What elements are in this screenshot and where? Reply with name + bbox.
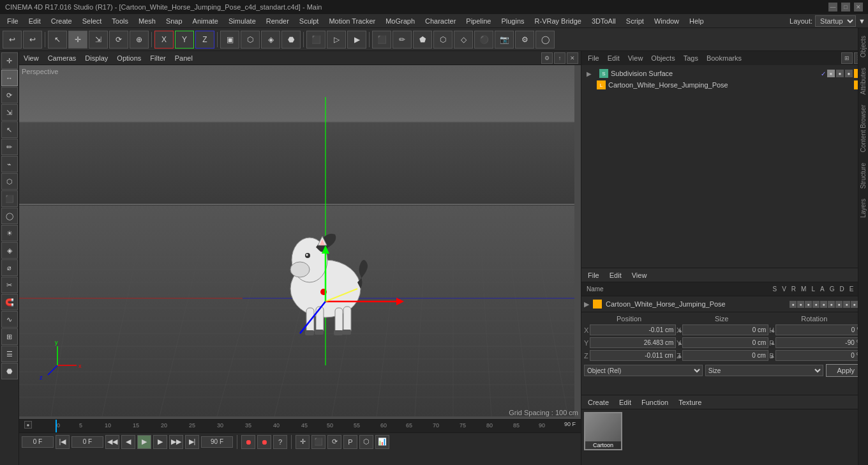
next-key-btn[interactable]: ▶▶ (169, 435, 183, 449)
obj-vis-icon[interactable]: ● (827, 70, 835, 77)
spline-sidebar-btn[interactable]: ⌁ (1, 156, 18, 172)
rsidebar-content[interactable]: Content Browser (858, 100, 868, 157)
objects-tab-view[interactable]: View (624, 53, 647, 63)
mat-sidebar-btn[interactable]: ◈ (1, 242, 18, 259)
light-sidebar-btn[interactable]: ☀ (1, 225, 18, 241)
points-anim-btn[interactable]: ⬡ (359, 435, 373, 449)
rsidebar-attributes[interactable]: Attributes (858, 63, 868, 100)
obj-lock-icon[interactable]: ● (836, 70, 844, 77)
material-tab-edit[interactable]: Edit (615, 398, 635, 407)
menu-plugins[interactable]: Plugins (497, 16, 528, 26)
sweep-button[interactable]: ⬟ (413, 31, 432, 49)
pos-x-input[interactable] (590, 324, 676, 335)
poly-mode-button[interactable]: ⬣ (281, 31, 301, 49)
key-help-btn[interactable]: ? (273, 435, 287, 449)
transform-sidebar-btn[interactable]: ✛ (1, 52, 18, 69)
step-backward-btn[interactable]: |◀ (56, 435, 70, 449)
attr-tab-view[interactable]: View (628, 271, 651, 280)
move-tool-button[interactable]: ✛ (68, 31, 87, 49)
magnet-sidebar-btn[interactable]: 🧲 (1, 294, 18, 310)
start-frame-input[interactable] (71, 436, 103, 448)
material-tab-create[interactable]: Create (584, 398, 613, 407)
rsidebar-structure[interactable]: Structure (858, 158, 868, 194)
settings-button[interactable]: ⚙ (515, 31, 534, 49)
size-mode-select[interactable]: Size Scale (705, 365, 824, 376)
select-tool-button[interactable]: ↖ (48, 31, 67, 49)
param-btn[interactable]: P (343, 435, 357, 449)
vp-settings-btn[interactable]: ⚙ (541, 52, 553, 64)
play-btn[interactable]: ▶ (137, 435, 151, 449)
pos-y-input[interactable] (590, 337, 676, 348)
knife-sidebar-btn[interactable]: ✂ (1, 277, 18, 293)
attr-icon7[interactable]: ● (835, 301, 842, 308)
menu-window[interactable]: Window (650, 16, 684, 26)
objects-tab-objects[interactable]: Objects (647, 53, 678, 63)
coord-mode-select[interactable]: Object (Rel) World Screen (584, 365, 703, 376)
scale-anim-btn[interactable]: ⬛ (311, 435, 326, 449)
menu-vray[interactable]: R-VRay Bridge (530, 16, 586, 26)
menu-tools[interactable]: Tools (107, 16, 133, 26)
size-y-input[interactable] (682, 337, 768, 348)
layout-expand-icon[interactable]: ▼ (858, 17, 865, 25)
play-anim-button[interactable]: ▶ (347, 31, 366, 49)
attr-icon3[interactable]: ● (805, 301, 812, 308)
region-button[interactable]: ▷ (327, 31, 346, 49)
material-cartoon[interactable]: Cartoon (584, 412, 622, 450)
menu-mesh[interactable]: Mesh (134, 16, 160, 26)
move-anim-btn[interactable]: ✛ (296, 435, 310, 449)
pos-z-input[interactable] (590, 350, 676, 361)
smooth-sidebar-btn[interactable]: ∿ (1, 311, 18, 328)
attr-tab-edit[interactable]: Edit (606, 271, 625, 280)
vp-menu-options[interactable]: Options (115, 54, 143, 63)
step-forward-btn[interactable]: ▶| (185, 435, 199, 449)
size-x-input[interactable] (682, 324, 768, 335)
axis-x-button[interactable]: X (154, 31, 174, 49)
redo-button[interactable]: ↩ (23, 31, 42, 49)
attr-icon8[interactable]: ● (843, 301, 850, 308)
model-mode-button[interactable]: ▣ (220, 31, 239, 49)
layers-sidebar-btn[interactable]: ☰ (1, 346, 18, 362)
menu-help[interactable]: Help (685, 16, 708, 26)
obj-render-icon[interactable]: ● (845, 70, 853, 77)
attr-vis-icon[interactable]: ● (789, 301, 797, 308)
autokey-btn[interactable]: ⏺ (257, 435, 271, 449)
rotate-tool-button[interactable]: ⟳ (109, 31, 128, 49)
attr-icon4[interactable]: ● (812, 301, 819, 308)
material-tab-texture[interactable]: Texture (675, 398, 705, 407)
vp-maximize-btn[interactable]: ↑ (554, 52, 565, 64)
objects-tab-edit[interactable]: Edit (604, 53, 624, 63)
size-z-input[interactable] (682, 350, 768, 361)
obj-horse[interactable]: L Cartoon_White_Horse_Jumping_Pose (584, 79, 865, 91)
obj-subdivision-surface[interactable]: ▶ S Subdivision Surface ✓ ● ● ● (584, 68, 865, 79)
rotate-sidebar-btn[interactable]: ⟳ (1, 87, 18, 103)
menu-animate[interactable]: Animate (188, 16, 223, 26)
transform-tool-button[interactable]: ⊕ (130, 31, 149, 49)
timeline-open-btn[interactable]: 📊 (375, 435, 389, 449)
spline-button[interactable]: ◇ (454, 31, 473, 49)
menu-character[interactable]: Character (421, 16, 460, 26)
rsidebar-objects[interactable]: Objects (858, 31, 868, 63)
close-button[interactable]: ✕ (854, 3, 863, 11)
objects-tab-file[interactable]: File (584, 53, 603, 63)
viewport-3d[interactable]: x y z Perspective Grid Spacing : 100 cm (19, 65, 581, 419)
material-tab-function[interactable]: Function (638, 398, 672, 407)
edges-mode-button[interactable]: ◈ (261, 31, 280, 49)
polygon-sidebar-btn[interactable]: ⬡ (1, 173, 18, 190)
attr-icon5[interactable]: ● (820, 301, 827, 308)
rotate-anim-btn[interactable]: ⟳ (327, 435, 341, 449)
rot-b-input[interactable] (775, 350, 862, 361)
vp-menu-filter[interactable]: Filter (148, 54, 167, 63)
selection-sidebar-btn[interactable]: ↖ (1, 121, 18, 138)
points-mode-button[interactable]: ⬡ (241, 31, 260, 49)
attr-horse-row[interactable]: ▶ Cartoon_White_Horse_Jumping_Pose ● ● ●… (583, 298, 867, 310)
vp-menu-cameras[interactable]: Cameras (46, 54, 79, 63)
menu-simulate[interactable]: Simulate (224, 16, 260, 26)
cube-sidebar-btn[interactable]: ⬛ (1, 190, 18, 207)
record-btn[interactable]: ⏺ (241, 435, 255, 449)
attr-icon9[interactable]: ● (851, 301, 858, 308)
vp-menu-panel[interactable]: Panel (173, 54, 195, 63)
current-frame-input[interactable] (22, 436, 54, 448)
rsidebar-layers[interactable]: Layers (858, 194, 868, 223)
camera-button[interactable]: 📷 (495, 31, 514, 49)
paint-sidebar-btn[interactable]: ✏ (1, 139, 18, 155)
